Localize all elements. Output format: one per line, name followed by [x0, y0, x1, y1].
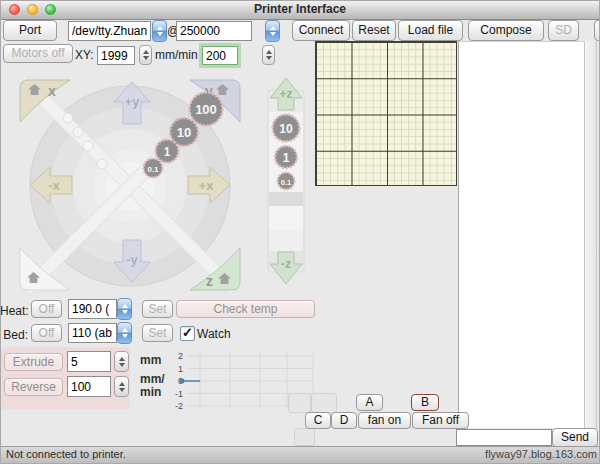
clipped-toolbar-button[interactable]: [594, 20, 600, 41]
jog-band-dot: [73, 127, 83, 137]
device-combo[interactable]: [68, 21, 151, 41]
stepper-up-icon[interactable]: [143, 50, 149, 54]
stepper-down-icon[interactable]: [119, 363, 125, 367]
extrude-length-input[interactable]: [67, 351, 111, 372]
z-step-badge-1[interactable]: 1: [275, 146, 297, 168]
plot-tick: -1: [175, 389, 183, 399]
bed-grid[interactable]: [315, 41, 457, 186]
step-badge-0-1[interactable]: 0.1: [144, 159, 163, 178]
z-track-band[interactable]: [269, 206, 303, 229]
custom-button-a[interactable]: A: [356, 394, 383, 411]
reset-button[interactable]: Reset: [352, 20, 396, 41]
obscured-button: [311, 393, 337, 413]
custom-button-d[interactable]: D: [331, 412, 357, 429]
heat-label: Heat:: [0, 304, 28, 318]
watch-checkbox[interactable]: ✓: [180, 326, 195, 341]
window-title: Printer Interface: [0, 0, 600, 19]
stepper-up-icon[interactable]: [122, 304, 128, 308]
z-track-band[interactable]: [269, 229, 303, 251]
heater-off-button[interactable]: Off: [31, 300, 62, 318]
obscured-button: [294, 428, 315, 446]
checkbox-check-icon: ✓: [182, 325, 193, 340]
connect-button[interactable]: Connect: [292, 20, 350, 41]
xy-speed-input[interactable]: [97, 46, 135, 65]
stepper-up-icon[interactable]: [119, 382, 125, 386]
mm-min-line1: mm/: [140, 372, 165, 386]
stepper-down-icon[interactable]: [157, 32, 163, 36]
stepper-up-icon[interactable]: [119, 357, 125, 361]
svg-text:+x: +x: [199, 178, 215, 193]
stepper-down-icon[interactable]: [270, 32, 276, 36]
z-jog-strip[interactable]: +z 10 1 0.1 -z: [262, 76, 310, 286]
stepper-down-icon[interactable]: [119, 388, 125, 392]
heater-set-button[interactable]: Set: [142, 300, 173, 318]
svg-text:0.1: 0.1: [281, 178, 291, 187]
bed-temp-stepper[interactable]: [117, 322, 132, 344]
check-temp-button[interactable]: Check temp: [176, 300, 315, 318]
minimize-button[interactable]: [27, 4, 38, 15]
svg-text:1: 1: [164, 145, 171, 159]
plot-tick: 1: [178, 364, 183, 374]
stepper-up-icon[interactable]: [157, 26, 163, 30]
z-speed-input[interactable]: [202, 46, 238, 65]
svg-text:10: 10: [177, 125, 191, 140]
extrude-button[interactable]: Extrude: [4, 353, 63, 371]
bed-off-button[interactable]: Off: [31, 324, 62, 342]
extrude-speed-stepper[interactable]: [114, 376, 129, 397]
svg-text:10: 10: [279, 122, 293, 136]
stepper-down-icon[interactable]: [266, 56, 272, 60]
extrude-speed-input[interactable]: [67, 376, 111, 397]
watermark: flyway97.blog.163.com: [485, 448, 597, 460]
plot-tick: -2: [175, 401, 183, 411]
stepper-up-icon[interactable]: [122, 328, 128, 332]
sd-button[interactable]: SD: [548, 20, 579, 41]
log-scrollbar[interactable]: [584, 41, 597, 428]
jog-pad[interactable]: x y z +y -y -x +x: [16, 76, 244, 294]
stepper-down-icon[interactable]: [122, 334, 128, 338]
svg-text:+y: +y: [125, 94, 141, 109]
baud-input[interactable]: [176, 21, 252, 41]
temp-series-point: [180, 379, 185, 384]
custom-button-c[interactable]: C: [305, 412, 331, 429]
command-input[interactable]: [456, 429, 552, 446]
bed-temp-combo[interactable]: [68, 323, 117, 343]
heater-temp-stepper[interactable]: [117, 298, 132, 320]
z-step-badge-10[interactable]: 10: [273, 115, 300, 142]
bed-set-button[interactable]: Set: [142, 324, 173, 342]
zoom-button[interactable]: [45, 4, 56, 15]
port-button[interactable]: Port: [3, 20, 57, 41]
mm-min-label: mm/ min: [140, 373, 165, 399]
extrude-length-stepper[interactable]: [114, 351, 129, 372]
step-badge-100[interactable]: 100: [190, 93, 223, 126]
close-button[interactable]: [9, 4, 20, 15]
device-stepper[interactable]: [152, 20, 167, 42]
watch-label: Watch: [197, 327, 231, 341]
stepper-down-icon[interactable]: [143, 56, 149, 60]
stepper-up-icon[interactable]: [266, 50, 272, 54]
z-track-band[interactable]: [269, 192, 303, 206]
svg-text:-z: -z: [281, 257, 291, 271]
compose-button[interactable]: Compose: [468, 20, 544, 41]
send-button[interactable]: Send: [552, 428, 598, 447]
svg-text:-y: -y: [126, 252, 138, 267]
svg-text:100: 100: [195, 102, 217, 117]
step-badge-1[interactable]: 1: [156, 140, 179, 163]
xy-speed-stepper[interactable]: [139, 45, 152, 65]
fan-off-button[interactable]: Fan off: [412, 412, 469, 429]
custom-button-b[interactable]: B: [411, 394, 439, 411]
title-bar: Printer Interface: [0, 0, 600, 20]
load-file-button[interactable]: Load file: [398, 20, 463, 41]
obscured-button: [288, 393, 311, 413]
mm-min-line2: min: [140, 385, 161, 399]
z-step-badge-0-1[interactable]: 0.1: [278, 173, 295, 190]
z-speed-stepper[interactable]: [262, 45, 275, 65]
stepper-up-icon[interactable]: [270, 26, 276, 30]
reverse-button[interactable]: Reverse: [4, 378, 63, 396]
heater-temp-combo[interactable]: [68, 299, 117, 319]
svg-text:x: x: [48, 83, 56, 99]
log-panel: [458, 41, 584, 428]
motors-off-button[interactable]: Motors off: [3, 44, 73, 63]
baud-stepper[interactable]: [265, 20, 280, 42]
fan-on-button[interactable]: fan on: [358, 412, 411, 429]
stepper-down-icon[interactable]: [122, 310, 128, 314]
